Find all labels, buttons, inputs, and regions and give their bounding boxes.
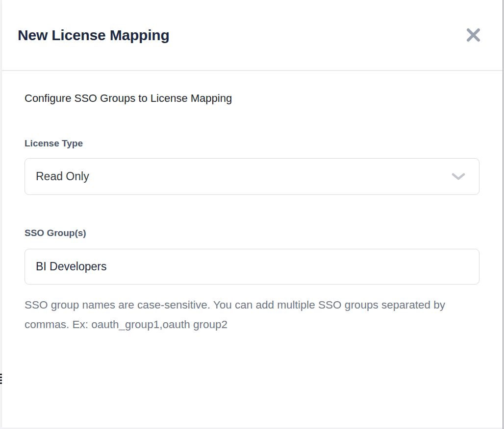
sso-groups-input[interactable] xyxy=(25,249,479,285)
license-type-selected-value: Read Only xyxy=(36,170,89,183)
dialog-title: New License Mapping xyxy=(18,27,170,44)
sso-groups-help-text: SSO group names are case-sensitive. You … xyxy=(25,295,456,334)
chevron-down-icon xyxy=(452,173,465,181)
close-button[interactable] xyxy=(464,25,483,45)
sso-groups-label: SSO Group(s) xyxy=(25,227,480,239)
dialog-header: New License Mapping xyxy=(2,0,503,71)
license-type-select[interactable]: Read Only xyxy=(25,158,479,195)
license-type-label: License Type xyxy=(25,138,480,149)
config-description: Configure SSO Groups to License Mapping xyxy=(25,92,480,105)
window-right-edge xyxy=(503,0,504,429)
screen: New License Mapping Configure SSO Groups… xyxy=(0,0,504,429)
new-license-mapping-dialog: New License Mapping Configure SSO Groups… xyxy=(2,0,503,428)
x-icon xyxy=(466,37,481,44)
dialog-body: Configure SSO Groups to License Mapping … xyxy=(2,71,503,334)
